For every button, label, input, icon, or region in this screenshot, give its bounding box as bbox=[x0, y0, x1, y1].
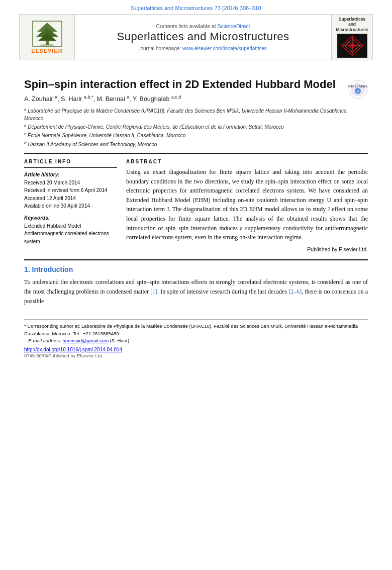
footnote-email: E-mail address: harinsaid@gmail.com (S. … bbox=[24, 337, 368, 344]
doi-link[interactable]: http://dx.doi.org/10.1016/j.spmi.2014.04… bbox=[24, 347, 122, 352]
accepted-date: Accepted 12 April 2014 bbox=[24, 195, 117, 203]
crossmark: CrossMark ✓ bbox=[348, 79, 368, 102]
elsevier-tree-icon bbox=[32, 21, 62, 47]
crossmark-icon: CrossMark ✓ bbox=[348, 79, 368, 100]
article-body-columns: ARTICLE INFO Article history: Received 2… bbox=[24, 159, 368, 252]
published-by: Published by Elsevier Ltd. bbox=[126, 246, 368, 252]
right-logo-title: Superlatticesand Microstructures bbox=[332, 17, 372, 32]
journal-homepage: journal homepage: www.elsevier.com/locat… bbox=[139, 46, 266, 51]
sciencedirect-link[interactable]: ScienceDirect bbox=[218, 23, 250, 29]
revised-date: Received in revised form 6 April 2014 bbox=[24, 186, 117, 195]
online-date: Available online 30 April 2014 bbox=[24, 202, 117, 210]
keyword-1: Extended Hubbard Model bbox=[24, 222, 117, 230]
section-divider bbox=[24, 259, 368, 260]
intro-title: 1. Introduction bbox=[24, 265, 368, 273]
article-info-divider bbox=[24, 167, 117, 168]
affil-d: d Hassan II Academy of Sciences and Tech… bbox=[24, 140, 368, 148]
ref1-link[interactable]: [1] bbox=[150, 288, 157, 295]
introduction-section: 1. Introduction To understand the electr… bbox=[24, 265, 368, 307]
journal-ref-text: Superlattices and Microstructures 73 (20… bbox=[131, 5, 261, 11]
journal-reference: Superlattices and Microstructures 73 (20… bbox=[0, 0, 392, 14]
elsevier-logo-area: ELSEVIER bbox=[20, 15, 75, 60]
abstract-header: ABSTRACT bbox=[126, 159, 368, 164]
header-divider bbox=[24, 153, 368, 154]
license-line: 0749-6036/Published by Elsevier Ltd. bbox=[0, 353, 392, 358]
journal-header: ELSEVIER Contents lists available at Sci… bbox=[19, 14, 373, 60]
intro-paragraph: To understand the electronic correlation… bbox=[24, 277, 368, 307]
page: Superlattices and Microstructures 73 (20… bbox=[0, 0, 392, 570]
right-logo-box: Superlatticesand Microstructures bbox=[332, 17, 372, 58]
abstract-text: Using an exact diagonalization for finit… bbox=[126, 167, 368, 242]
received-date: Received 20 March 2014 bbox=[24, 179, 117, 187]
affil-b: b Département de Physique-Chimie, Centre… bbox=[24, 123, 368, 131]
homepage-link[interactable]: www.elsevier.com/locate/superlattices bbox=[182, 46, 267, 51]
history-label: Article history: bbox=[24, 172, 117, 177]
ref2-6-link[interactable]: [2–6] bbox=[288, 288, 302, 295]
article-title: Spin–spin interaction effect in 2D Exten… bbox=[24, 77, 368, 91]
article-info-column: ARTICLE INFO Article history: Received 2… bbox=[24, 159, 117, 252]
sciencedirect-line: Contents lists available at ScienceDirec… bbox=[156, 23, 250, 29]
journal-header-center: Contents lists available at ScienceDirec… bbox=[75, 15, 331, 60]
affil-a: a Laboratoire de Physique de la Matière … bbox=[24, 107, 368, 122]
journal-cover-image bbox=[337, 34, 367, 58]
keywords-label: Keywords: bbox=[24, 215, 117, 221]
authors-line: A. Zouhair a, S. Harir a,b,*, M. Bennai … bbox=[24, 94, 368, 103]
elsevier-logo: ELSEVIER bbox=[31, 21, 62, 54]
doi-line: http://dx.doi.org/10.1016/j.spmi.2014.04… bbox=[0, 347, 392, 352]
journal-title: Superlattices and Microstructures bbox=[117, 30, 289, 43]
affil-c: c École Normale Supérieure, Université H… bbox=[24, 131, 368, 139]
content-area: CrossMark ✓ Spin–spin interaction effect… bbox=[0, 60, 392, 311]
title-area: CrossMark ✓ Spin–spin interaction effect… bbox=[24, 77, 368, 91]
elsevier-text: ELSEVIER bbox=[31, 48, 62, 54]
keyword-2: Antiferromagnetic correlated electrons s… bbox=[24, 230, 117, 245]
journal-logo-right: Superlatticesand Microstructures bbox=[331, 15, 372, 60]
article-info-header: ARTICLE INFO bbox=[24, 159, 117, 164]
svg-text:✓: ✓ bbox=[356, 89, 360, 94]
contents-available-text: Contents lists available at bbox=[156, 23, 216, 29]
svg-text:CrossMark: CrossMark bbox=[348, 84, 368, 88]
footnote-star: * Corresponding author at: Laboratoire d… bbox=[24, 323, 368, 337]
affiliations: a Laboratoire de Physique de la Matière … bbox=[24, 107, 368, 148]
abstract-column: ABSTRACT Using an exact diagonalization … bbox=[126, 159, 368, 252]
footnote-area: * Corresponding author at: Laboratoire d… bbox=[24, 319, 368, 344]
lattice-icon bbox=[338, 34, 367, 57]
email-link[interactable]: harinsaid@gmail.com bbox=[63, 338, 109, 343]
